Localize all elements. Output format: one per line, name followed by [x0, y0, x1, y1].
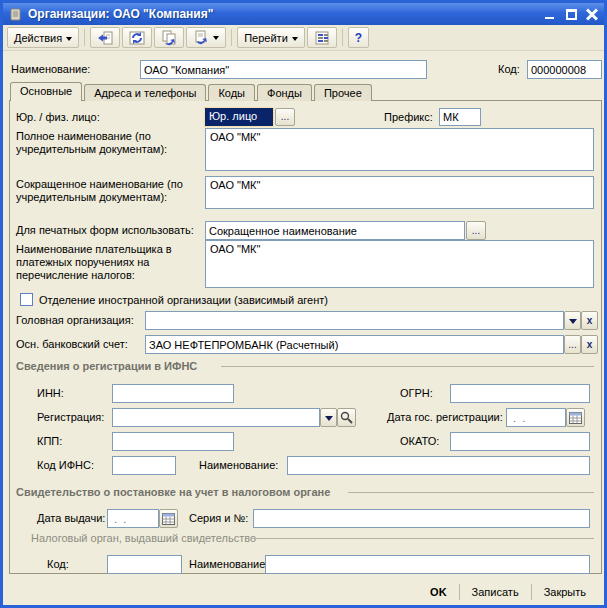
toolbar-separator	[84, 29, 85, 46]
full-name-label: Полное наименование (по учредительным до…	[16, 130, 202, 156]
minimize-icon[interactable]	[544, 8, 557, 21]
toolbar-separator	[231, 29, 232, 46]
ifns-name-input[interactable]	[287, 456, 590, 475]
close-icon[interactable]	[586, 8, 599, 21]
bank-account-label: Осн. банковский счет:	[16, 338, 128, 350]
authority-code-input[interactable]	[107, 555, 182, 574]
title-bar: Организации: ОАО "Компания"	[3, 3, 604, 25]
chevron-down-icon	[213, 36, 219, 40]
head-org-clear-button[interactable]: x	[581, 311, 598, 330]
code-label: Код:	[498, 63, 520, 75]
series-input[interactable]	[253, 509, 590, 528]
ifns-code-label: Код ИФНС:	[37, 459, 94, 471]
magnifier-icon	[340, 411, 353, 424]
document-export-icon	[193, 30, 209, 46]
reg-date-calendar-button[interactable]	[566, 408, 585, 427]
name-input[interactable]	[140, 60, 427, 79]
code-input[interactable]	[527, 60, 602, 79]
goto-menu-button[interactable]: Перейти	[237, 27, 305, 48]
export-button[interactable]	[186, 27, 226, 48]
actions-menu-button[interactable]: Действия	[7, 27, 79, 48]
registration-input[interactable]	[112, 408, 320, 427]
command-bar: OK Записать Закрыть	[3, 580, 598, 603]
organization-window: Организации: ОАО "Компания" Действия	[0, 0, 607, 608]
legal-entity-choose-button[interactable]: ...	[275, 108, 295, 126]
foreign-org-checkbox[interactable]	[20, 293, 33, 306]
reg-date-input[interactable]	[506, 408, 566, 427]
bank-account-input[interactable]	[145, 335, 564, 354]
close-button[interactable]: Закрыть	[532, 583, 598, 601]
toolbar-separator	[342, 29, 343, 46]
authority-name-label: Наименование:	[189, 558, 268, 570]
certificate-group-title: Свидетельство о постановке на учет в нал…	[16, 486, 330, 498]
tab-label: Фонды	[267, 87, 302, 99]
legal-entity-field[interactable]: Юр. лицо	[205, 108, 273, 126]
registration-label: Регистрация:	[37, 411, 104, 423]
ogrn-input[interactable]	[450, 384, 590, 403]
toolbar: Действия	[3, 25, 604, 51]
refresh-icon	[129, 30, 145, 46]
print-form-input[interactable]	[205, 221, 465, 240]
payer-name-textarea[interactable]: ОАО "МК"	[205, 240, 594, 288]
copy-button[interactable]	[154, 27, 184, 48]
registration-dropdown-button[interactable]	[320, 408, 337, 427]
save-button[interactable]: Записать	[460, 583, 531, 601]
previous-item-button[interactable]	[90, 27, 120, 48]
chevron-down-icon	[66, 37, 72, 41]
print-form-label: Для печатных форм использовать:	[16, 224, 194, 236]
tab-osnovnye[interactable]: Основные	[10, 82, 82, 101]
tab-label: Коды	[218, 87, 245, 99]
calendar-icon	[162, 512, 175, 525]
name-label: Наименование:	[11, 63, 90, 75]
prefix-input[interactable]	[439, 108, 481, 126]
ok-button[interactable]: OK	[418, 583, 459, 601]
tab-label: Основные	[20, 85, 72, 97]
payer-name-label: Наименование плательщика в платежных пор…	[16, 243, 202, 282]
window-controls	[544, 8, 599, 21]
maximize-icon[interactable]	[565, 8, 578, 21]
dropdown-arrow-icon	[325, 416, 333, 421]
authority-name-input[interactable]	[265, 555, 590, 574]
short-name-textarea[interactable]: ОАО "МК"	[205, 176, 594, 209]
full-name-textarea[interactable]: ОАО "МК"	[205, 128, 594, 171]
short-name-label: Сокращенное наименование (по учредительн…	[16, 178, 202, 204]
authority-code-label: Код:	[47, 558, 69, 570]
registration-search-button[interactable]	[337, 408, 356, 427]
document-arrow-left-icon	[97, 30, 113, 46]
ifns-group-title: Сведения о регистрации в ИФНС	[16, 360, 197, 372]
head-org-label: Головная организация:	[16, 314, 134, 326]
print-form-choose-button[interactable]: ...	[466, 221, 486, 240]
structure-button[interactable]	[307, 27, 337, 48]
chevron-down-icon	[292, 37, 298, 41]
bank-account-clear-button[interactable]: x	[581, 335, 598, 354]
tab-label: Прочее	[324, 87, 362, 99]
tab-fondy[interactable]: Фонды	[257, 84, 312, 101]
tab-kody[interactable]: Коды	[208, 84, 255, 101]
okato-input[interactable]	[450, 432, 590, 451]
ogrn-label: ОГРН:	[400, 387, 433, 399]
inn-label: ИНН:	[37, 387, 64, 399]
issue-date-label: Дата выдачи:	[37, 512, 105, 524]
authority-subgroup-line	[251, 538, 594, 539]
tab-adresa-i-telefony[interactable]: Адреса и телефоны	[84, 84, 206, 101]
bank-account-choose-button[interactable]: ...	[564, 335, 581, 354]
ifns-code-input[interactable]	[112, 456, 176, 475]
tab-prochee[interactable]: Прочее	[314, 84, 372, 101]
inn-input[interactable]	[112, 384, 234, 403]
series-label: Серия и №:	[189, 512, 248, 524]
head-org-dropdown-button[interactable]	[564, 311, 581, 330]
ifns-name-label: Наименование:	[199, 459, 278, 471]
goto-menu-label: Перейти	[244, 32, 288, 44]
head-org-input[interactable]	[145, 311, 564, 330]
window-app-icon	[8, 7, 23, 22]
okato-label: ОКАТО:	[400, 435, 439, 447]
list-structure-icon	[314, 30, 330, 46]
foreign-org-checkbox-label: Отделение иностранной организации (завис…	[39, 294, 328, 306]
authority-subgroup-label: Налоговый орган, выдавший свидетельство	[31, 532, 256, 544]
tab-label: Адреса и телефоны	[94, 87, 196, 99]
help-button[interactable]: ?	[348, 27, 369, 48]
kpp-input[interactable]	[112, 432, 234, 451]
issue-date-input[interactable]	[107, 509, 159, 528]
reread-button[interactable]	[122, 27, 152, 48]
issue-date-calendar-button[interactable]	[159, 509, 178, 528]
